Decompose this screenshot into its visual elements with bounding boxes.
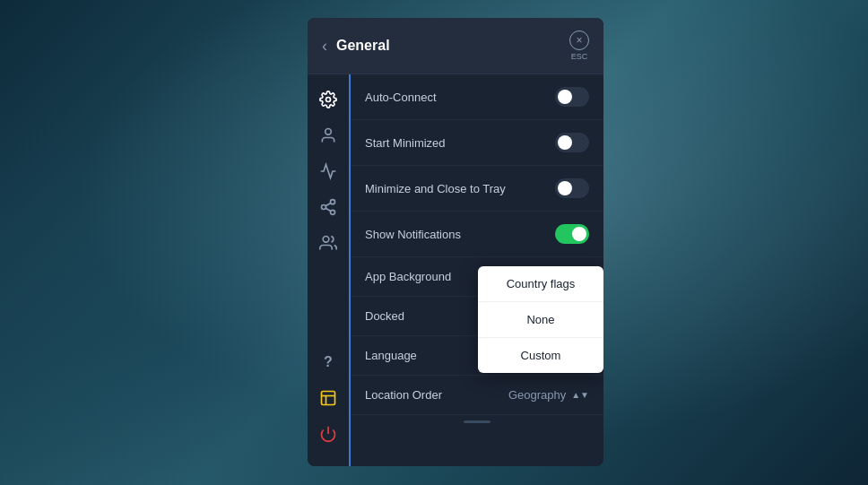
sidebar-item-help[interactable]: ? xyxy=(312,346,344,378)
start-minimized-label: Start Minimized xyxy=(365,136,446,150)
svg-rect-8 xyxy=(322,392,335,405)
toggle-knob xyxy=(558,135,572,150)
dropdown-option-custom[interactable]: Custom xyxy=(478,338,603,373)
scroll-indicator xyxy=(351,415,603,429)
close-area: × ESC xyxy=(569,30,589,61)
sidebar-item-share[interactable] xyxy=(312,191,344,223)
sidebar-bottom: ? xyxy=(312,346,344,457)
toggle-knob xyxy=(558,90,572,104)
toggle-knob xyxy=(558,181,572,195)
dropdown-option-country-flags[interactable]: Country flags xyxy=(478,266,603,302)
app-background-dropdown-popup: Country flags None Custom xyxy=(478,266,603,373)
show-notifications-toggle[interactable] xyxy=(555,224,589,244)
docked-label: Docked xyxy=(365,309,404,323)
svg-point-7 xyxy=(323,237,329,243)
esc-label: ESC xyxy=(571,52,588,61)
auto-connect-row: Auto-Connect xyxy=(351,74,603,120)
settings-panel: ‹ General × ESC xyxy=(308,18,603,466)
auto-connect-toggle[interactable] xyxy=(555,87,589,107)
sidebar-item-document[interactable] xyxy=(312,382,344,414)
header-left: ‹ General xyxy=(322,38,390,54)
svg-line-6 xyxy=(326,203,331,205)
sidebar-item-account[interactable] xyxy=(312,119,344,152)
show-notifications-label: Show Notifications xyxy=(365,228,461,241)
panel-body: ? Auto-Con xyxy=(308,74,603,466)
location-order-chevron: ▲▼ xyxy=(571,390,589,400)
auto-connect-label: Auto-Connect xyxy=(365,91,437,104)
location-order-dropdown[interactable]: Geography ▲▼ xyxy=(508,388,589,402)
settings-content: Auto-Connect Start Minimized Minimize an… xyxy=(351,74,603,466)
location-order-row: Location Order Geography ▲▼ xyxy=(351,376,603,415)
sidebar-item-group[interactable] xyxy=(312,227,344,259)
app-background-label: App Background xyxy=(365,270,451,283)
sidebar: ? xyxy=(308,74,351,466)
toggle-knob xyxy=(572,227,586,241)
svg-point-3 xyxy=(322,205,326,210)
location-order-value: Geography xyxy=(508,388,566,402)
dropdown-option-none[interactable]: None xyxy=(478,302,603,338)
language-label: Language xyxy=(365,349,417,362)
close-button[interactable]: × xyxy=(569,30,589,50)
sidebar-item-power[interactable] xyxy=(312,418,344,450)
svg-point-2 xyxy=(331,200,335,204)
location-order-label: Location Order xyxy=(365,388,442,402)
sidebar-item-settings[interactable] xyxy=(312,83,344,116)
panel-title: General xyxy=(336,38,390,54)
start-minimized-toggle[interactable] xyxy=(555,133,589,152)
svg-point-0 xyxy=(326,98,331,102)
panel-header: ‹ General × ESC xyxy=(308,18,603,74)
back-button[interactable]: ‹ xyxy=(322,38,327,54)
show-notifications-row: Show Notifications xyxy=(351,212,603,257)
svg-line-5 xyxy=(326,208,331,211)
minimize-close-tray-label: Minimize and Close to Tray xyxy=(365,182,506,195)
svg-point-4 xyxy=(331,210,335,214)
minimize-close-tray-toggle[interactable] xyxy=(555,178,589,198)
app-background-row: App Background Country flags None Custom xyxy=(351,257,603,297)
minimize-close-tray-row: Minimize and Close to Tray xyxy=(351,166,603,212)
start-minimized-row: Start Minimized xyxy=(351,120,603,166)
sidebar-item-privacy[interactable] xyxy=(312,155,344,187)
scroll-dot xyxy=(464,420,490,423)
svg-point-1 xyxy=(326,129,332,135)
